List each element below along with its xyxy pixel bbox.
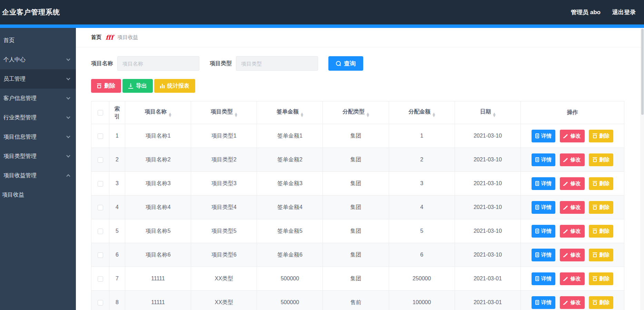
edit-button[interactable]: 修改 bbox=[560, 296, 585, 309]
scrollbar-thumb[interactable] bbox=[641, 29, 644, 115]
sidebar-item-label: 首页 bbox=[3, 37, 70, 44]
query-button[interactable]: 查询 bbox=[328, 56, 363, 71]
row-checkbox[interactable] bbox=[98, 157, 103, 163]
detail-button[interactable]: 详情 bbox=[532, 130, 555, 142]
column-header-label: 索引 bbox=[115, 106, 120, 119]
cell-project-name: 项目名称6 bbox=[125, 243, 191, 267]
document-icon bbox=[535, 157, 539, 162]
row-delete-button[interactable]: 删除 bbox=[589, 272, 613, 285]
project-name-input[interactable] bbox=[117, 56, 199, 71]
page-scrollbar[interactable] bbox=[641, 28, 644, 310]
row-checkbox[interactable] bbox=[98, 133, 103, 139]
cell-date: 2021-03-10 bbox=[455, 148, 521, 172]
breadcrumb-home[interactable]: 首页 bbox=[91, 34, 101, 41]
edit-button[interactable]: 修改 bbox=[560, 177, 585, 190]
edit-button[interactable]: 修改 bbox=[560, 225, 585, 238]
detail-button[interactable]: 详情 bbox=[532, 296, 555, 309]
cell-actions: 详情 修改 删除 bbox=[521, 196, 624, 219]
trash-icon bbox=[593, 157, 597, 162]
sidebar-item-员工管理[interactable]: 员工管理 bbox=[0, 69, 76, 89]
row-delete-button[interactable]: 删除 bbox=[589, 225, 613, 238]
select-all-checkbox[interactable] bbox=[98, 110, 103, 116]
column-header[interactable]: 日期 bbox=[455, 101, 521, 124]
row-select-cell bbox=[91, 196, 109, 219]
row-delete-button-label: 删除 bbox=[599, 276, 610, 282]
cell-index: 6 bbox=[109, 243, 125, 267]
cell-date: 2021-03-10 bbox=[455, 219, 521, 243]
edit-button[interactable]: 修改 bbox=[560, 130, 585, 142]
column-header-label: 操作 bbox=[567, 109, 578, 115]
sidebar-item-首页[interactable]: 首页 bbox=[0, 31, 76, 50]
cell-project-type: 项目类型2 bbox=[191, 148, 257, 172]
sort-icon[interactable] bbox=[367, 112, 369, 117]
row-delete-button[interactable]: 删除 bbox=[589, 249, 613, 261]
detail-button[interactable]: 详情 bbox=[532, 272, 555, 285]
cell-index: 1 bbox=[109, 124, 125, 148]
table-row: 8 11111 XX类型 500000 售前 100000 2021-03-01… bbox=[91, 291, 624, 310]
project-type-label: 项目类型 bbox=[210, 60, 232, 67]
top-header: 企业客户管理系统 管理员 abo 退出登录 bbox=[0, 0, 644, 24]
table-container: 索引 项目名称 项目类型 签单金额 分配类型 分配金额 日期 操作 1 项目名称… bbox=[91, 101, 624, 310]
column-header[interactable]: 操作 bbox=[521, 101, 624, 124]
detail-button[interactable]: 详情 bbox=[532, 225, 555, 238]
report-button[interactable]: 统计报表 bbox=[154, 79, 195, 93]
column-header[interactable]: 分配金额 bbox=[389, 101, 455, 124]
project-type-input[interactable] bbox=[236, 56, 318, 71]
sidebar-item-项目收益[interactable]: 项目收益 bbox=[0, 185, 76, 204]
export-button[interactable]: ↓ 导出 bbox=[122, 79, 153, 93]
cell-alloc-type: 集团 bbox=[323, 267, 389, 291]
row-checkbox[interactable] bbox=[98, 300, 103, 306]
detail-button[interactable]: 详情 bbox=[532, 177, 555, 190]
column-header[interactable]: 分配类型 bbox=[323, 101, 389, 124]
cell-actions: 详情 修改 删除 bbox=[521, 219, 624, 243]
sidebar-item-项目信息管理[interactable]: 项目信息管理 bbox=[0, 127, 76, 147]
row-delete-button-label: 删除 bbox=[599, 299, 610, 306]
row-checkbox[interactable] bbox=[98, 181, 103, 187]
column-header[interactable]: 项目名称 bbox=[125, 101, 191, 124]
user-menu[interactable]: 管理员 abo bbox=[571, 8, 601, 16]
sort-icon[interactable] bbox=[235, 112, 237, 117]
edit-button[interactable]: 修改 bbox=[560, 272, 585, 285]
sidebar-item-项目收益管理[interactable]: 项目收益管理 bbox=[0, 166, 76, 185]
detail-button[interactable]: 详情 bbox=[532, 153, 555, 166]
row-delete-button[interactable]: 删除 bbox=[589, 177, 613, 190]
export-button-label: 导出 bbox=[136, 82, 147, 90]
row-checkbox[interactable] bbox=[98, 252, 103, 258]
sidebar-item-项目类型管理[interactable]: 项目类型管理 bbox=[0, 147, 76, 166]
row-select-cell bbox=[91, 243, 109, 267]
document-icon bbox=[535, 276, 539, 281]
column-header[interactable]: 签单金额 bbox=[257, 101, 323, 124]
logout-link[interactable]: 退出登录 bbox=[612, 8, 636, 16]
row-delete-button[interactable]: 删除 bbox=[589, 201, 613, 214]
row-delete-button-label: 删除 bbox=[599, 252, 610, 258]
edit-button[interactable]: 修改 bbox=[560, 153, 585, 166]
row-delete-button[interactable]: 删除 bbox=[589, 296, 613, 309]
edit-icon bbox=[564, 205, 568, 210]
sort-icon[interactable] bbox=[301, 112, 303, 117]
sidebar-item-客户信息管理[interactable]: 客户信息管理 bbox=[0, 89, 76, 108]
column-header[interactable]: 项目类型 bbox=[191, 101, 257, 124]
sidebar-item-行业类型管理[interactable]: 行业类型管理 bbox=[0, 108, 76, 127]
detail-button[interactable]: 详情 bbox=[532, 249, 555, 261]
cell-alloc-type: 集团 bbox=[323, 124, 389, 148]
edit-button[interactable]: 修改 bbox=[560, 249, 585, 261]
column-header[interactable]: 索引 bbox=[109, 101, 125, 124]
row-checkbox[interactable] bbox=[98, 276, 103, 282]
sort-icon[interactable] bbox=[433, 112, 435, 117]
sort-icon[interactable] bbox=[493, 112, 495, 117]
row-checkbox[interactable] bbox=[98, 229, 103, 234]
sort-icon[interactable] bbox=[169, 112, 171, 117]
detail-button-label: 详情 bbox=[541, 157, 552, 163]
cell-index: 5 bbox=[109, 219, 125, 243]
row-delete-button[interactable]: 删除 bbox=[589, 130, 613, 142]
sidebar-item-个人中心[interactable]: 个人中心 bbox=[0, 50, 76, 69]
cell-alloc-amount: 250000 bbox=[389, 267, 455, 291]
detail-button[interactable]: 详情 bbox=[532, 201, 555, 214]
bulk-delete-button[interactable]: 删除 bbox=[91, 79, 121, 93]
edit-button[interactable]: 修改 bbox=[560, 201, 585, 214]
row-checkbox[interactable] bbox=[98, 205, 103, 210]
row-delete-button[interactable]: 删除 bbox=[589, 153, 613, 166]
cell-date: 2021-03-01 bbox=[455, 291, 521, 310]
edit-button-label: 修改 bbox=[571, 276, 581, 282]
sidebar-item-label: 项目类型管理 bbox=[3, 153, 67, 160]
